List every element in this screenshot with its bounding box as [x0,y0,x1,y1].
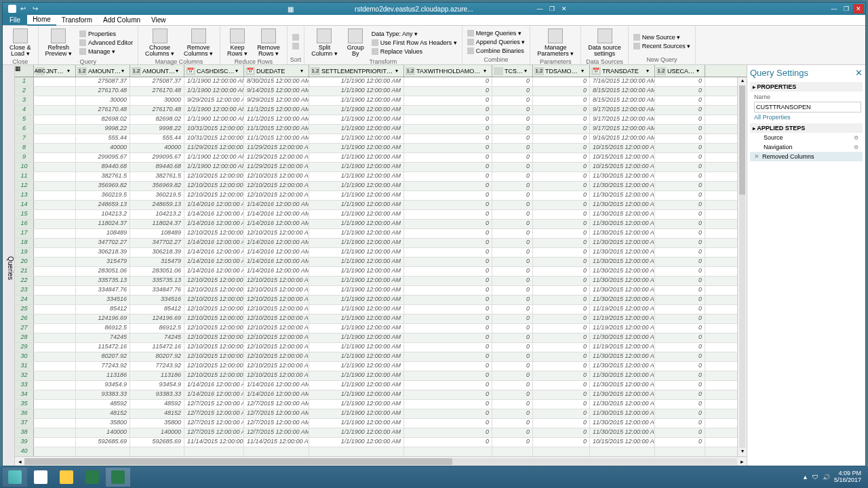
cell[interactable]: 1/1/1900 12:00:00 AM [309,314,404,323]
cell[interactable]: 12/7/2015 12:00:00 AM [184,400,244,409]
cell[interactable]: 248659.13 [76,201,130,209]
cell[interactable]: 12/10/2015 12:00:00 AM [184,343,244,352]
filter-dropdown-icon[interactable]: ▾ [696,68,703,74]
cell[interactable]: 275087.37 [76,77,130,86]
cell[interactable]: 1/14/2016 12:00:00 AM [244,258,309,266]
cell[interactable]: 11/30/2015 12:00:00 AM [590,371,655,380]
type-icon[interactable]: 1.2 [534,67,544,75]
cell[interactable]: 0 [492,352,533,361]
table-row[interactable]: 3493383.3393383.331/14/2016 12:00:00 AM1… [15,390,747,400]
column-header[interactable]: 1.2TAXWITHHOLDAMOUNTORIG...▾ [404,65,492,77]
cell[interactable]: 0 [533,258,590,266]
cell[interactable]: 0 [655,153,705,162]
cell[interactable]: 1/1/1900 12:00:00 AM [309,191,404,200]
cell[interactable]: 0 [404,267,492,276]
filter-dropdown-icon[interactable]: ▾ [235,68,242,74]
cell[interactable]: 335735.13 [76,277,130,285]
cell[interactable]: 0 [404,96,492,105]
cell[interactable]: 9998.22 [130,125,184,134]
cell[interactable] [34,428,76,437]
qat-icon[interactable]: ↩ [20,5,28,13]
table-row[interactable]: 36481524815212/7/2015 12:00:00 AM12/7/20… [15,409,747,419]
cell[interactable]: 0 [492,267,533,276]
cell[interactable]: 0 [533,296,590,304]
cell[interactable]: 82698.02 [76,115,130,124]
cell[interactable]: 1/1/1900 12:00:00 AM [309,182,404,190]
cell[interactable]: 1/1/1900 12:00:00 AM [309,371,404,380]
table-row[interactable]: 2276170.48276170.481/1/1900 12:00:00 AM9… [15,87,747,96]
table-row[interactable]: 3814000014000012/7/2015 12:00:00 AM12/7/… [15,428,747,438]
table-row[interactable]: 330000300009/29/2015 12:00:00 AM9/29/201… [15,96,747,106]
row-number[interactable]: 15 [15,210,34,219]
cell[interactable]: 0 [655,343,705,352]
close-button[interactable]: ✕ [853,4,864,14]
cell[interactable]: 9/17/2015 12:00:00 AM [590,106,655,115]
cell[interactable]: 0 [404,409,492,418]
cell[interactable]: 0 [533,201,590,209]
cell[interactable] [34,277,76,285]
cell[interactable]: 0 [655,419,705,428]
cell[interactable]: 334516 [76,296,130,304]
cell[interactable]: 356969.82 [130,182,184,190]
cell[interactable]: 9/14/2015 12:00:00 AM [244,87,309,96]
row-number[interactable]: 26 [15,314,34,323]
cell[interactable]: 0 [533,220,590,228]
cell[interactable]: 283051.06 [76,267,130,276]
cell[interactable]: 9/29/2015 12:00:00 AM [184,96,244,105]
cell[interactable]: 335735.13 [130,277,184,285]
cell[interactable] [492,447,533,456]
cell[interactable]: 35800 [130,419,184,428]
row-number[interactable]: 39 [15,438,34,447]
cell[interactable] [34,438,76,447]
row-number[interactable]: 35 [15,400,34,409]
cell[interactable]: 7/16/2015 12:00:00 AM [590,77,655,86]
cell[interactable]: 0 [655,191,705,200]
cell[interactable]: 0 [492,438,533,447]
table-row[interactable]: 2433451633451612/10/2015 12:00:00 AM12/1… [15,296,747,305]
applied-step[interactable]: Source⚙ [750,133,863,142]
manage-button[interactable]: Manage ▾ [77,47,135,56]
cell[interactable]: 12/7/2015 12:00:00 AM [184,419,244,428]
cell[interactable]: 1/1/1900 12:00:00 AM [309,163,404,171]
cell[interactable]: 0 [404,438,492,447]
cell[interactable]: 1/1/1900 12:00:00 AM [309,390,404,399]
cell[interactable]: 12/10/2015 12:00:00 AM [244,172,309,181]
cell[interactable]: 12/7/2015 12:00:00 AM [244,428,309,437]
table-row[interactable]: 8400004000011/29/2015 12:00:00 AM11/29/2… [15,144,747,153]
cell[interactable]: 30000 [130,96,184,105]
cell[interactable]: 12/10/2015 12:00:00 AM [244,305,309,314]
cell[interactable]: 12/10/2015 12:00:00 AM [244,182,309,190]
cell[interactable]: 12/10/2015 12:00:00 AM [244,296,309,304]
cell[interactable] [34,371,76,380]
cell[interactable]: 1/1/1900 12:00:00 AM [309,409,404,418]
cell[interactable]: 89440.68 [76,163,130,171]
column-header[interactable]: 1.2AMOUNTCUR▾ [76,65,130,77]
row-number[interactable]: 22 [15,277,34,285]
filter-dropdown-icon[interactable]: ▾ [67,68,74,74]
cell[interactable]: 0 [404,163,492,171]
cell[interactable]: 12/10/2015 12:00:00 AM [184,371,244,380]
cell[interactable]: 0 [533,153,590,162]
cell[interactable]: 1/1/1900 12:00:00 AM [309,106,404,115]
cell[interactable]: 1/1/1900 12:00:00 AM [309,362,404,371]
cell[interactable]: 0 [492,314,533,323]
cell[interactable]: 0 [533,314,590,323]
row-number[interactable]: 6 [15,125,34,134]
cell[interactable]: 0 [655,210,705,219]
cell[interactable]: 1/14/2016 12:00:00 AM [184,267,244,276]
cell[interactable]: 104213.2 [130,210,184,219]
cell[interactable]: 1/1/1900 12:00:00 AM [309,400,404,409]
cell[interactable]: 48152 [130,409,184,418]
table-row[interactable]: 3177243.9277243.9212/10/2015 12:00:00 AM… [15,362,747,371]
cell[interactable]: 11/19/2015 12:00:00 AM [590,305,655,314]
cell[interactable]: 93454.9 [76,381,130,390]
cell[interactable]: 0 [533,267,590,276]
cell[interactable] [34,239,76,247]
cell[interactable]: 12/10/2015 12:00:00 AM [184,229,244,238]
cell[interactable]: 0 [404,191,492,200]
cell[interactable] [34,182,76,190]
cell[interactable]: 12/10/2015 12:00:00 AM [184,362,244,371]
column-header[interactable]: ABCJNTNUM...▾ [34,65,76,77]
cell[interactable]: 1/1/1900 12:00:00 AM [309,286,404,295]
cell[interactable]: 86912.5 [130,324,184,333]
